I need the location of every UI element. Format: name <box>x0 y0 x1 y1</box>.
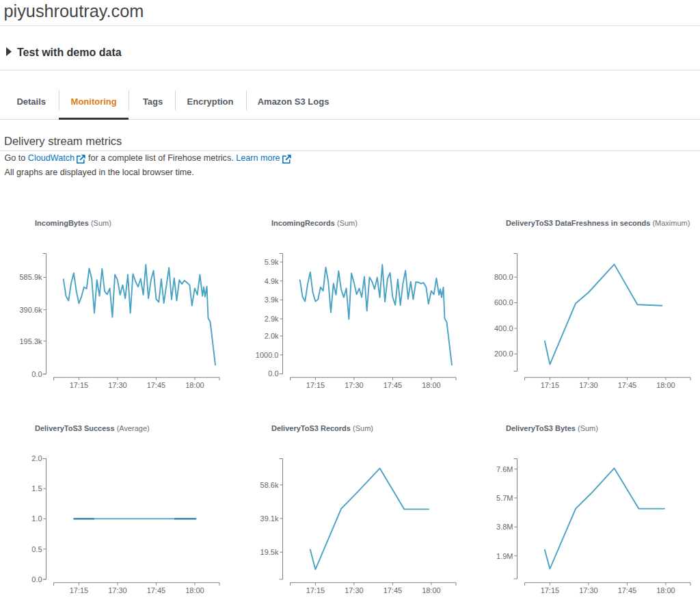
svg-text:5.9k: 5.9k <box>264 258 278 266</box>
svg-text:17:15: 17:15 <box>306 381 325 389</box>
svg-text:17:30: 17:30 <box>108 586 127 594</box>
svg-text:2.0k: 2.0k <box>264 332 278 340</box>
svg-text:400.0: 400.0 <box>494 324 513 332</box>
svg-text:DeliveryToS3 Bytes (Sum): DeliveryToS3 Bytes (Sum) <box>506 424 598 432</box>
svg-text:17:45: 17:45 <box>617 586 636 594</box>
svg-text:800.0: 800.0 <box>494 273 513 281</box>
svg-text:17:45: 17:45 <box>617 381 636 389</box>
svg-text:18:00: 18:00 <box>422 381 441 389</box>
svg-text:1.5: 1.5 <box>31 484 42 493</box>
svg-text:0.0: 0.0 <box>31 575 42 584</box>
svg-text:17:30: 17:30 <box>579 381 598 389</box>
svg-text:0.0: 0.0 <box>268 369 278 378</box>
svg-text:3.8M: 3.8M <box>496 523 513 531</box>
svg-text:DeliveryToS3 Records (Sum): DeliveryToS3 Records (Sum) <box>271 424 373 432</box>
svg-text:17:15: 17:15 <box>70 381 89 389</box>
svg-text:17:15: 17:15 <box>540 381 559 389</box>
svg-text:17:45: 17:45 <box>383 381 402 389</box>
svg-text:0.5: 0.5 <box>31 545 42 553</box>
svg-text:IncomingRecords (Sum): IncomingRecords (Sum) <box>271 219 358 227</box>
svg-text:17:45: 17:45 <box>147 586 166 594</box>
svg-text:DeliveryToS3 Success (Average): DeliveryToS3 Success (Average) <box>35 424 150 432</box>
svg-text:19.5k: 19.5k <box>260 548 278 556</box>
svg-text:5.7M: 5.7M <box>496 494 513 502</box>
svg-text:18:00: 18:00 <box>185 381 204 389</box>
svg-text:IncomingBytes (Sum): IncomingBytes (Sum) <box>35 219 111 227</box>
svg-text:18:00: 18:00 <box>185 586 204 594</box>
svg-text:585.9k: 585.9k <box>19 273 42 281</box>
svg-text:2.0: 2.0 <box>31 454 42 462</box>
svg-text:4.9k: 4.9k <box>264 277 278 285</box>
svg-text:0.0: 0.0 <box>31 370 42 378</box>
svg-text:18:00: 18:00 <box>422 586 441 594</box>
svg-text:390.6k: 390.6k <box>19 306 42 314</box>
svg-text:17:45: 17:45 <box>383 586 402 594</box>
svg-text:7.6M: 7.6M <box>496 465 513 473</box>
svg-text:600.0: 600.0 <box>494 298 513 306</box>
svg-text:2.9k: 2.9k <box>264 315 278 323</box>
svg-text:17:30: 17:30 <box>579 586 598 594</box>
svg-text:17:15: 17:15 <box>306 586 325 594</box>
svg-text:3.9k: 3.9k <box>264 296 278 304</box>
svg-text:17:15: 17:15 <box>70 586 89 594</box>
svg-text:195.3k: 195.3k <box>19 337 42 345</box>
svg-text:39.1k: 39.1k <box>260 514 278 523</box>
svg-text:1000.0: 1000.0 <box>255 351 278 359</box>
svg-text:18:00: 18:00 <box>656 381 675 389</box>
svg-text:DeliveryToS3 DataFreshness in: DeliveryToS3 DataFreshness in seconds (M… <box>506 219 690 227</box>
svg-text:18:00: 18:00 <box>656 586 675 594</box>
svg-text:1.9M: 1.9M <box>496 552 513 560</box>
svg-text:17:30: 17:30 <box>345 586 364 594</box>
svg-text:17:30: 17:30 <box>345 381 364 389</box>
svg-text:200.0: 200.0 <box>494 350 513 358</box>
svg-text:17:30: 17:30 <box>108 381 127 389</box>
svg-text:58.6k: 58.6k <box>260 481 278 489</box>
svg-text:1.0: 1.0 <box>31 514 42 523</box>
svg-text:17:15: 17:15 <box>540 586 559 594</box>
svg-text:17:45: 17:45 <box>147 381 166 389</box>
